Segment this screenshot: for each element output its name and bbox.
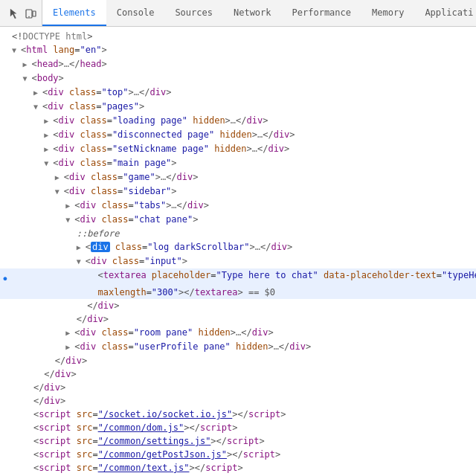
tag-bracket: </ (87, 300, 97, 311)
indent (12, 299, 87, 312)
tag-bracket: > (139, 101, 144, 112)
tag-bracket: > (268, 341, 273, 352)
device-icon[interactable] (24, 7, 37, 20)
attr-value-link[interactable]: "/common/settings.js" (98, 436, 211, 446)
tag-bracket: > (129, 87, 134, 97)
tag-name: script (39, 409, 71, 419)
tag-bracket: </ (77, 314, 87, 324)
tag-bracket: > (193, 214, 198, 225)
tag-name: div (91, 256, 107, 266)
attr-name: class (64, 101, 96, 112)
attr-name: hidden (187, 115, 225, 126)
expand-arrow[interactable] (22, 72, 31, 86)
code-line: </div> (0, 367, 476, 381)
code-line: <body> (0, 71, 476, 86)
tag-bracket: </ (260, 242, 271, 252)
tag-bracket: </ (33, 382, 44, 393)
tag-name: body (37, 73, 59, 83)
tag-name: textarea (103, 270, 147, 280)
tag-bracket: </ (241, 327, 251, 338)
tag-bracket: > (306, 341, 311, 352)
expand-arrow[interactable] (33, 86, 42, 100)
attr-name: class (110, 242, 142, 252)
code-text: <div class="log darkScrollbar">…</div> (10, 240, 476, 254)
attr-value: "loading page" (112, 115, 187, 126)
tag-name: div (59, 129, 75, 140)
tag-bracket: < (86, 242, 91, 252)
expand-arrow[interactable] (44, 157, 53, 170)
tag-bracket: ></ (178, 287, 195, 298)
expand-arrow[interactable] (33, 100, 42, 114)
tag-bracket: > (284, 144, 289, 154)
tab-memory[interactable]: Memory (361, 0, 414, 26)
ellipsis: … (64, 59, 69, 69)
tag-bracket: > (250, 242, 255, 252)
attr-value-link[interactable]: "/socket.io/socket.io.js" (98, 409, 233, 419)
code-text: </div> (10, 394, 476, 408)
indent (12, 312, 77, 326)
tab-console[interactable]: Console (106, 0, 165, 26)
expand-arrow[interactable] (65, 213, 74, 227)
tag-name: div (44, 382, 60, 393)
attr-name: class (86, 172, 118, 182)
tab-network[interactable]: Network (223, 0, 282, 26)
expand-arrow[interactable] (22, 58, 31, 71)
tag-bracket: < (64, 172, 69, 182)
code-text: ::before (10, 227, 476, 240)
tag-name: div (69, 186, 86, 196)
tag-bracket: < (86, 256, 91, 266)
ellipsis: … (255, 242, 260, 252)
code-line: </div> (0, 299, 476, 312)
expand-arrow[interactable] (77, 255, 86, 268)
expand-arrow[interactable] (44, 143, 53, 156)
attr-name: class (96, 214, 128, 225)
code-text: </div> (10, 299, 476, 312)
tab-performance[interactable]: Performance (282, 0, 361, 26)
cursor-icon[interactable] (7, 7, 21, 20)
attr-value: "Type here to chat" (216, 270, 318, 280)
highlighted-tag: div (91, 242, 110, 252)
code-text: <script src="/common/text.js"></script> (10, 461, 476, 475)
attr-value-link[interactable]: "/common/text.js" (98, 463, 190, 473)
tag-name: div (59, 144, 75, 154)
tag-name: div (149, 87, 166, 97)
expand-arrow[interactable] (65, 199, 74, 213)
attr-value-link[interactable]: "/common/getPostJson.js" (98, 449, 227, 460)
tag-bracket: <! (12, 31, 22, 42)
tag-name: script (200, 422, 232, 433)
expand-arrow[interactable] (65, 341, 74, 354)
code-line: <head>…</head> (0, 57, 476, 71)
tag-name: div (59, 115, 75, 126)
tab-application[interactable]: Application (414, 0, 473, 26)
code-line: <div class="chat pane"> (0, 213, 476, 227)
code-line: <script src="/common/text.js"></script> (0, 461, 476, 475)
attr-name: class (96, 327, 128, 338)
expand-arrow[interactable] (44, 115, 53, 128)
expand-arrow[interactable] (12, 44, 21, 57)
indent (12, 71, 22, 85)
tab-elements[interactable]: Elements (42, 0, 106, 26)
attr-name: class (96, 341, 128, 352)
expand-arrow[interactable] (55, 185, 64, 199)
code-line: <!DOCTYPE html> (0, 30, 476, 43)
tag-bracket: > (114, 300, 119, 311)
expand-arrow[interactable] (44, 129, 53, 142)
expand-arrow[interactable] (77, 241, 86, 254)
attr-value-link[interactable]: "/common/dom.js" (98, 422, 184, 433)
attr-name: class (107, 256, 139, 266)
expand-arrow[interactable] (65, 327, 74, 340)
tab-sources[interactable]: Sources (164, 0, 223, 26)
dollar-zero: $0 (265, 287, 275, 298)
tag-bracket: ></ (189, 463, 205, 473)
tag-name: head (37, 59, 59, 69)
tag-bracket: </ (166, 172, 176, 182)
indent (12, 254, 77, 268)
tag-bracket: > (237, 287, 242, 298)
expand-arrow[interactable] (55, 171, 64, 184)
indent (12, 286, 98, 299)
attr-name: maxlength (98, 287, 147, 298)
attr-value: "input" (144, 256, 182, 266)
tag-bracket: > (193, 172, 198, 182)
tag-bracket: > (225, 115, 231, 126)
indent (12, 199, 65, 212)
